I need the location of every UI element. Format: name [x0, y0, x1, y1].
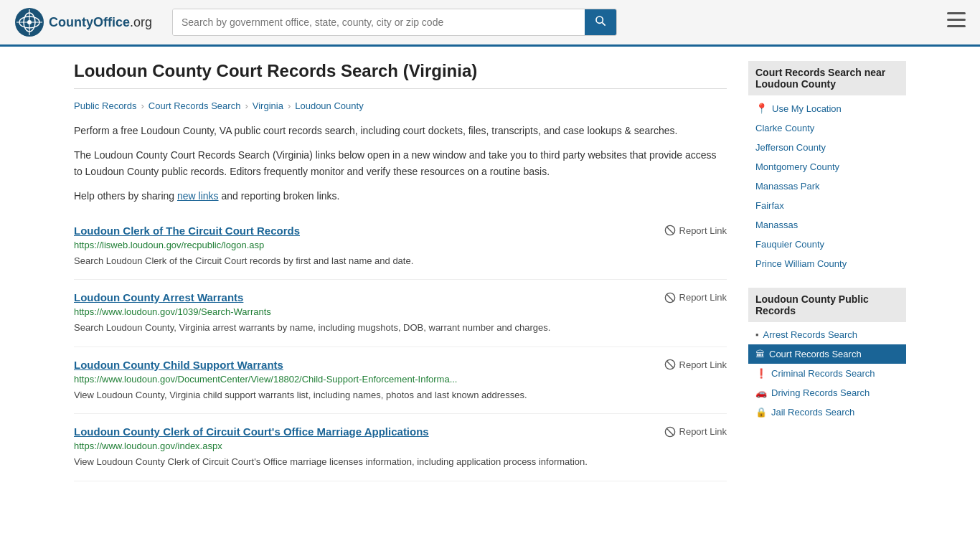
record-item: Loudoun County Arrest Warrants Report Li…	[74, 280, 727, 347]
svg-rect-8	[947, 12, 966, 14]
report-link-button[interactable]: Report Link	[664, 359, 727, 370]
jail-records-icon: 🔒	[755, 407, 767, 418]
location-pin-icon: 📍	[755, 103, 768, 114]
svg-line-16	[666, 361, 673, 367]
svg-rect-10	[947, 25, 966, 27]
description-para-2: The Loudoun County Court Records Search …	[74, 147, 727, 179]
sidebar-nearby-prince-william[interactable]: Prince William County	[748, 254, 906, 273]
search-input[interactable]	[173, 9, 585, 35]
hamburger-menu-icon[interactable]	[947, 12, 966, 32]
description-para-1: Perform a free Loudoun County, VA public…	[74, 123, 727, 138]
sidebar-public-records-heading: Loudoun County Public Records	[748, 288, 906, 322]
record-url[interactable]: https://www.loudoun.gov/index.aspx	[74, 441, 727, 451]
sidebar-jail-records[interactable]: 🔒 Jail Records Search	[748, 402, 906, 422]
use-location-link[interactable]: 📍 Use My Location	[748, 98, 906, 118]
search-button[interactable]	[585, 9, 616, 35]
page-title: Loudoun County Court Records Search (Vir…	[74, 61, 727, 89]
record-title[interactable]: Loudoun County Child Support Warrants	[74, 359, 283, 371]
sidebar-nearby-fauquier[interactable]: Fauquier County	[748, 235, 906, 254]
breadcrumb-loudoun-county[interactable]: Loudoun County	[295, 100, 363, 111]
criminal-records-icon: ❗	[755, 368, 767, 379]
main-container: Loudoun County Court Records Search (Vir…	[60, 47, 920, 496]
search-icon	[595, 15, 606, 27]
sidebar-nearby-jefferson[interactable]: Jefferson County	[748, 138, 906, 157]
report-link-icon	[664, 359, 676, 370]
record-title[interactable]: Loudoun County Clerk of Circuit Court's …	[74, 425, 429, 438]
sidebar-nearby-section: Court Records Search near Loudoun County…	[748, 61, 906, 273]
content-area: Loudoun County Court Records Search (Vir…	[74, 61, 727, 481]
sidebar-arrest-records[interactable]: ▪ Arrest Records Search	[748, 325, 906, 344]
record-desc: Search Loudoun Clerk of the Circuit Cour…	[74, 254, 727, 268]
record-url[interactable]: https://lisweb.loudoun.gov/recpublic/log…	[74, 240, 727, 250]
records-list: Loudoun Clerk of The Circuit Court Recor…	[74, 213, 727, 481]
court-records-icon: 🏛	[755, 349, 765, 359]
record-url[interactable]: https://www.loudoun.gov/1039/Search-Warr…	[74, 306, 727, 317]
logo-text: CountyOffice.org	[49, 15, 152, 30]
svg-rect-9	[947, 19, 966, 21]
svg-line-12	[666, 227, 673, 233]
sidebar-nearby-manassas-park[interactable]: Manassas Park	[748, 176, 906, 196]
svg-point-6	[596, 17, 603, 23]
sidebar-court-records[interactable]: 🏛 Court Records Search	[748, 344, 906, 364]
report-link-icon	[664, 426, 676, 438]
record-item: Loudoun Clerk of The Circuit Court Recor…	[74, 213, 727, 281]
sidebar-nearby-montgomery[interactable]: Montgomery County	[748, 157, 906, 176]
report-link-button[interactable]: Report Link	[664, 225, 727, 236]
record-desc: Search Loudoun County, Virginia arrest w…	[74, 321, 727, 335]
new-links-link[interactable]: new links	[177, 190, 219, 202]
driving-records-icon: 🚗	[755, 387, 767, 398]
sidebar-nearby-manassas[interactable]: Manassas	[748, 215, 906, 235]
record-title[interactable]: Loudoun Clerk of The Circuit Court Recor…	[74, 225, 300, 237]
arrest-records-icon: ▪	[755, 329, 759, 340]
record-item: Loudoun County Child Support Warrants Re…	[74, 347, 727, 415]
sidebar-nearby-clarke[interactable]: Clarke County	[748, 118, 906, 138]
description-para-3: Help others by sharing new links and rep…	[74, 188, 727, 204]
report-link-button[interactable]: Report Link	[664, 292, 727, 303]
breadcrumb-virginia[interactable]: Virginia	[253, 100, 283, 111]
sidebar-nearby-fairfax[interactable]: Fairfax	[748, 196, 906, 215]
breadcrumb-public-records[interactable]: Public Records	[74, 100, 136, 111]
sidebar-public-records-section: Loudoun County Public Records ▪ Arrest R…	[748, 288, 906, 422]
sidebar-nearby-heading: Court Records Search near Loudoun County	[748, 61, 906, 95]
sidebar-criminal-records[interactable]: ❗ Criminal Records Search	[748, 364, 906, 383]
svg-line-18	[666, 428, 673, 435]
logo-area: CountyOffice.org	[14, 7, 158, 37]
report-link-icon	[664, 292, 676, 303]
breadcrumb-court-records[interactable]: Court Records Search	[149, 100, 241, 111]
record-item: Loudoun County Clerk of Circuit Court's …	[74, 414, 727, 481]
svg-line-14	[666, 294, 673, 301]
breadcrumb: Public Records › Court Records Search › …	[74, 100, 727, 111]
record-desc: View Loudoun County Clerk of Circuit Cou…	[74, 455, 727, 469]
record-title[interactable]: Loudoun County Arrest Warrants	[74, 291, 243, 303]
search-bar	[172, 9, 617, 36]
sidebar-driving-records[interactable]: 🚗 Driving Records Search	[748, 383, 906, 402]
record-url[interactable]: https://www.loudoun.gov/DocumentCenter/V…	[74, 374, 727, 385]
report-link-icon	[664, 225, 676, 236]
report-link-button[interactable]: Report Link	[664, 426, 727, 438]
logo-icon	[14, 7, 44, 37]
svg-line-7	[602, 22, 605, 25]
header: CountyOffice.org	[0, 0, 980, 47]
sidebar: Court Records Search near Loudoun County…	[748, 61, 906, 481]
record-desc: View Loudoun County, Virginia child supp…	[74, 388, 727, 402]
